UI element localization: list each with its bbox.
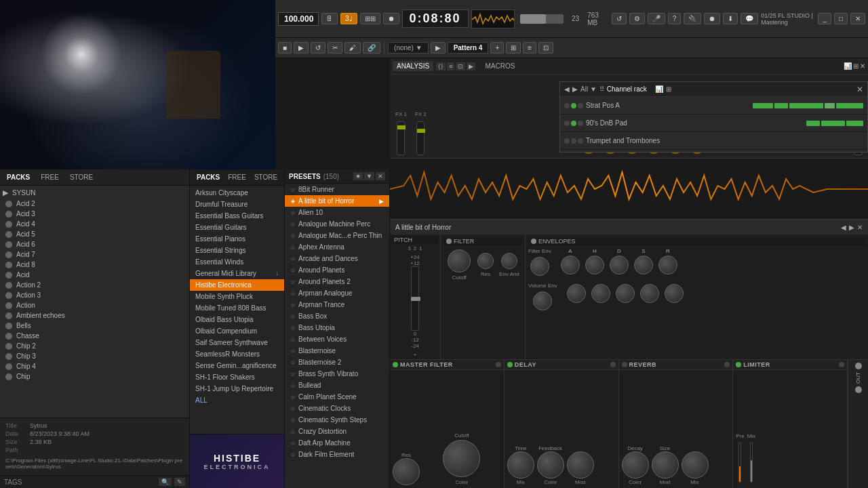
play-btn[interactable]: ▶: [294, 42, 309, 54]
macros-tab[interactable]: MACROS: [481, 61, 519, 71]
list-item[interactable]: Acid 6: [0, 239, 189, 249]
packs-item-all[interactable]: ALL: [190, 394, 284, 406]
preset-item[interactable]: ☆Analogue Mac...e Perc Thin: [285, 230, 389, 241]
out-lock[interactable]: [855, 386, 862, 393]
preset-down-btn[interactable]: ▼: [364, 172, 374, 180]
packs-item[interactable]: Mobile Synth Pluck: [190, 291, 284, 302]
list-item[interactable]: Acid 3: [0, 209, 189, 219]
delay-lock[interactable]: [610, 362, 616, 367]
preset-item[interactable]: ☆Blasternoise 2: [285, 357, 389, 368]
env-amt-knob[interactable]: [501, 253, 517, 269]
pattern-selector[interactable]: Pattern 4: [448, 42, 489, 54]
link-btn[interactable]: 🔗: [363, 42, 380, 54]
step-seq-btn[interactable]: ⊞⊞: [360, 13, 380, 24]
preset-item[interactable]: ☆Aphex Antenna: [285, 241, 389, 253]
scissors-btn[interactable]: ✂: [328, 42, 342, 54]
preset-close-btn[interactable]: ✕: [376, 172, 385, 180]
close-btn[interactable]: ✕: [850, 13, 865, 24]
arrow-left-icon[interactable]: ◀: [564, 85, 570, 93]
mf-res-knob[interactable]: [393, 458, 420, 485]
add-btn[interactable]: +: [490, 42, 504, 54]
preset-item[interactable]: ☆Bass Box: [285, 310, 389, 322]
filter-env-knob[interactable]: [530, 257, 549, 276]
paint-btn[interactable]: 🖌: [344, 42, 361, 54]
ch-dot-active[interactable]: [571, 121, 576, 126]
preset-item[interactable]: ☆8Bit Runner: [285, 184, 389, 195]
tags-edit-btn[interactable]: ✎: [174, 478, 185, 486]
vs-knob[interactable]: [640, 284, 659, 303]
limiter-pre-fader[interactable]: [738, 442, 741, 483]
chat-btn[interactable]: 💬: [741, 13, 758, 24]
packs-item[interactable]: Essential Guitars: [190, 222, 284, 233]
preset-item[interactable]: ☆Around Planets: [285, 264, 389, 276]
grid2-btn[interactable]: ≡: [523, 42, 536, 54]
download-btn[interactable]: ⬇: [723, 13, 738, 24]
settings-btn[interactable]: ⚙: [629, 13, 645, 24]
ch-dot[interactable]: [578, 138, 583, 144]
reverb-size-knob[interactable]: [652, 451, 679, 479]
lib-tab-packs[interactable]: PACKS: [4, 172, 33, 182]
channel-rack-graph-btn[interactable]: 📊: [655, 85, 663, 93]
none-selector[interactable]: (none) ▼: [388, 42, 429, 54]
max-btn[interactable]: □: [834, 13, 848, 24]
packs-item[interactable]: Saif Sameer Synthwave: [190, 337, 284, 348]
delay-time-knob[interactable]: [507, 451, 534, 479]
preset-item[interactable]: ☆Around Planets 2: [285, 276, 389, 287]
analysis-icon2[interactable]: ⊞: [853, 62, 859, 70]
list-item[interactable]: Acid 2: [0, 199, 189, 209]
packs-item[interactable]: SH-1 Jump Up Repertoire: [190, 383, 284, 394]
packs-item[interactable]: Mobile Tuned 808 Bass: [190, 302, 284, 314]
list-item[interactable]: Action 2: [0, 280, 189, 290]
list-item[interactable]: Ambient echoes: [0, 310, 189, 321]
analysis-btn3[interactable]: ⊡: [456, 62, 465, 70]
va-knob[interactable]: [567, 284, 586, 303]
grid1-btn[interactable]: ⊞: [506, 42, 521, 54]
packs-item-histibe[interactable]: Histibe Electronica: [190, 279, 284, 291]
reverb-lock[interactable]: [724, 362, 730, 367]
list-item[interactable]: Action 3: [0, 290, 189, 300]
fx2-fader[interactable]: [416, 121, 425, 155]
preset-item[interactable]: ☆Calm Planet Scene: [285, 391, 389, 403]
preset-item[interactable]: ☆Alien 10: [285, 207, 389, 218]
list-item[interactable]: Acid 8: [0, 260, 189, 270]
packs-item[interactable]: Arksun Cityscape: [190, 187, 284, 199]
bpm-display[interactable]: 100.000: [278, 12, 319, 26]
list-item[interactable]: Chasse: [0, 331, 189, 341]
out-toggle[interactable]: [855, 363, 862, 369]
preset-item[interactable]: ☆Bass Utopia: [285, 322, 389, 333]
vh-knob[interactable]: [591, 284, 610, 303]
vd-knob[interactable]: [616, 284, 635, 303]
channel-rack-close[interactable]: ✕: [856, 85, 863, 94]
reverb-mix-knob[interactable]: [682, 451, 709, 479]
packs-item[interactable]: Essential Winds: [190, 256, 284, 268]
preset-item[interactable]: ☆Arcade and Dances: [285, 253, 389, 264]
lib-tab-store[interactable]: STORE: [67, 172, 96, 182]
play2-btn[interactable]: ▶: [431, 42, 446, 54]
packs-item[interactable]: Sense Gemin...agnificence: [190, 360, 284, 371]
pattern-btn[interactable]: 3♩: [340, 13, 357, 24]
preset-item[interactable]: ☆Crazy Distortion: [285, 426, 389, 437]
limiter-mix-fader[interactable]: [750, 442, 753, 483]
preset-item[interactable]: ☆Daft Arp Machine: [285, 437, 389, 449]
preset-item[interactable]: ☆Arpman Analogue: [285, 287, 389, 299]
preset-prev-btn[interactable]: ◀: [841, 224, 846, 231]
packs-item[interactable]: Drumful Treasure: [190, 199, 284, 210]
r-knob[interactable]: [658, 256, 677, 274]
list-item[interactable]: Acid 5: [0, 229, 189, 239]
preset-item[interactable]: ☆Dark Film Element: [285, 449, 389, 460]
list-item[interactable]: Action: [0, 300, 189, 310]
analysis-icon1[interactable]: 📊: [844, 62, 852, 70]
preset-item[interactable]: ☆Cinematic Clocks: [285, 403, 389, 414]
analysis-close-btn[interactable]: ✕: [860, 62, 865, 70]
preset-item[interactable]: ☆Brass Synth Vibrato: [285, 368, 389, 380]
list-item[interactable]: Acid 7: [0, 249, 189, 260]
ch-dot[interactable]: [578, 103, 583, 108]
delay-mod-knob[interactable]: [567, 451, 594, 479]
packs-item[interactable]: General Midi Library ↓: [190, 268, 284, 279]
list-item[interactable]: Acid: [0, 270, 189, 280]
preset-item[interactable]: ☆Cinematic Synth Steps: [285, 414, 389, 426]
filter-toggle[interactable]: [446, 239, 452, 244]
list-item[interactable]: ▶ SYSUN: [0, 187, 189, 199]
list-item[interactable]: Acid 4: [0, 219, 189, 229]
master-filter-lock[interactable]: [496, 362, 501, 367]
